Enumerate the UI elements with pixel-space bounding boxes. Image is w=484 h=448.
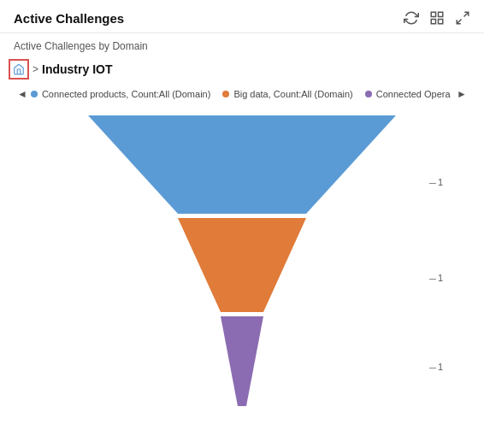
legend: ◄ Connected products, Count:All (Domain)…	[0, 85, 484, 107]
legend-next-arrow[interactable]: ►	[453, 88, 470, 100]
legend-dot-0	[31, 91, 38, 97]
svg-rect-1	[439, 12, 443, 16]
funnel-segment-0[interactable]	[88, 115, 396, 214]
legend-label-2: Connected Opera	[376, 89, 451, 99]
breadcrumb: > Industry IOT	[0, 56, 484, 85]
legend-item-0: Connected products, Count:All (Domain)	[31, 89, 210, 99]
header: Active Challenges	[0, 0, 484, 33]
legend-prev-arrow[interactable]: ◄	[14, 88, 31, 100]
legend-dot-1	[222, 91, 229, 97]
page-title: Active Challenges	[14, 11, 124, 26]
tick-line-2	[429, 368, 436, 368]
tick-line-0	[429, 183, 436, 184]
header-actions	[404, 10, 470, 26]
grid-icon[interactable]	[429, 10, 445, 26]
funnel-chart	[80, 115, 404, 415]
svg-rect-3	[439, 20, 443, 24]
funnel-segment-2[interactable]	[221, 316, 263, 406]
home-button[interactable]	[9, 59, 29, 80]
svg-rect-0	[431, 12, 435, 16]
legend-item-1: Big data, Count:All (Domain)	[222, 89, 352, 99]
legend-dot-2	[365, 91, 372, 97]
breadcrumb-current: Industry IOT	[42, 62, 112, 76]
svg-rect-2	[431, 20, 435, 24]
expand-icon[interactable]	[455, 10, 470, 26]
breadcrumb-separator: >	[32, 63, 38, 75]
legend-items: Connected products, Count:All (Domain) B…	[31, 89, 453, 99]
refresh-icon[interactable]	[404, 10, 419, 26]
legend-label-0: Connected products, Count:All (Domain)	[42, 89, 210, 99]
tick-line-1	[429, 279, 436, 280]
funnel-segment-1[interactable]	[178, 218, 306, 312]
tick-value-1: 1	[438, 273, 443, 283]
chart-area: 1 1 1	[0, 107, 484, 415]
section-label: Active Challenges by Domain	[0, 33, 484, 56]
home-icon	[13, 63, 25, 75]
legend-label-1: Big data, Count:All (Domain)	[233, 89, 352, 99]
tick-value-2: 1	[438, 362, 443, 372]
legend-item-2: Connected Opera	[365, 89, 451, 99]
tick-value-0: 1	[438, 177, 443, 187]
